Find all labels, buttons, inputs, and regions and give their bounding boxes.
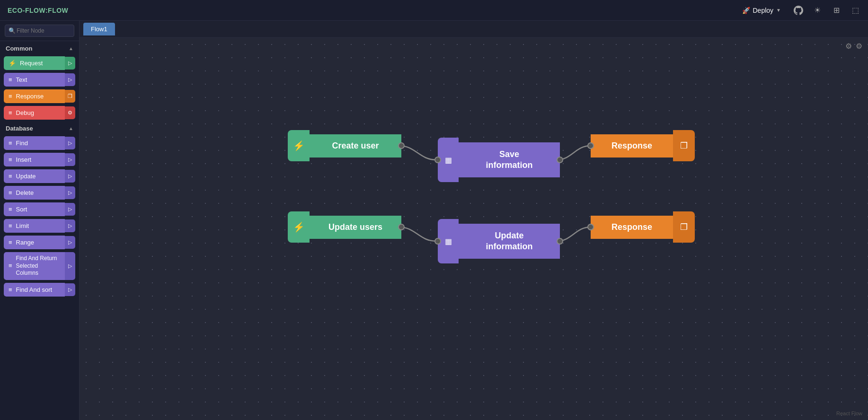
limit-handle: ▷ [65, 219, 75, 232]
sidebar-item-text-label: Text [16, 76, 27, 83]
sidebar-item-find-return-selected[interactable]: ≡ Find And Return Selected Columns ▷ [4, 252, 75, 280]
save-info-label: Saveinformation [486, 149, 533, 171]
sidebar-item-debug[interactable]: ≡ Debug ⚙ [4, 106, 75, 120]
response2-label: Response [611, 222, 652, 232]
deploy-button[interactable]: 🚀 Deploy ▼ [738, 5, 785, 16]
sidebar-item-find-sort-label: Find And sort [16, 286, 53, 293]
sort-handle: ▷ [65, 203, 75, 216]
sidebar-item-range[interactable]: ≡ Range ▷ [4, 236, 75, 249]
save-info-right-handle[interactable] [557, 157, 563, 163]
find-return-handle: ▷ [65, 252, 75, 280]
section-common[interactable]: Common ▲ [0, 41, 79, 55]
sun-icon[interactable]: ☀ [812, 5, 823, 16]
debug-icon: ≡ [9, 109, 12, 116]
github-icon[interactable] [793, 5, 804, 16]
logout-icon[interactable]: ⬚ [850, 5, 860, 16]
topbar-actions: 🚀 Deploy ▼ ☀ ⊞ ⬚ [738, 5, 861, 16]
sidebar-item-debug-label: Debug [16, 109, 34, 116]
update-info-node-icon: ▦ [445, 237, 452, 246]
main-layout: 🔍 Common ▲ ⚡ Request ▷ ≡ Text ▷ ≡ Re [0, 21, 868, 420]
range-icon: ≡ [9, 239, 12, 246]
database-chevron-icon: ▲ [69, 126, 73, 131]
response1-left-handle[interactable] [587, 142, 594, 149]
flow-tab-flow1[interactable]: Flow1 [83, 23, 115, 35]
update-icon: ≡ [9, 173, 12, 180]
create-user-right-handle[interactable] [398, 142, 405, 149]
sidebar-item-find-return-label: Find And Return Selected Columns [16, 255, 60, 277]
node-response-1[interactable]: Response ❐ [591, 130, 695, 161]
grid-icon[interactable]: ⊞ [831, 5, 841, 16]
sidebar-item-update[interactable]: ≡ Update ▷ [4, 169, 75, 183]
response1-action-icon: ❐ [680, 140, 688, 151]
flow-canvas[interactable]: ⚙ ⚙ React Flow [80, 38, 868, 420]
text-handle: ▷ [65, 73, 75, 86]
sidebar-item-text[interactable]: ≡ Text ▷ [4, 73, 75, 87]
sidebar-item-find-label: Find [16, 140, 28, 147]
update-handle: ▷ [65, 170, 75, 183]
sidebar-item-sort-label: Sort [16, 206, 27, 213]
section-common-label: Common [6, 45, 32, 52]
insert-icon: ≡ [9, 156, 12, 163]
sidebar-item-limit[interactable]: ≡ Limit ▷ [4, 219, 75, 233]
insert-handle: ▷ [65, 153, 75, 166]
sidebar-item-request[interactable]: ⚡ Request ▷ [4, 56, 75, 70]
node-save-information[interactable]: ▦ Saveinformation [438, 138, 560, 182]
sidebar-item-range-label: Range [16, 239, 34, 246]
response1-label: Response [611, 141, 652, 151]
sidebar-item-delete[interactable]: ≡ Delete ▷ [4, 186, 75, 200]
sidebar-item-response[interactable]: ≡ Response ❐ [4, 89, 75, 103]
text-icon: ≡ [9, 76, 12, 83]
flow-nodes-layer: ⚡ Create user ▦ [80, 38, 868, 420]
sidebar-item-find-and-sort[interactable]: ≡ Find And sort ▷ [4, 283, 75, 297]
deploy-icon: 🚀 [742, 7, 750, 14]
sidebar-item-sort[interactable]: ≡ Sort ▷ [4, 202, 75, 216]
find-sort-handle: ▷ [65, 283, 75, 296]
filter-node-wrap: 🔍 [0, 21, 79, 41]
node-update-users[interactable]: ⚡ Update users [288, 211, 401, 243]
sidebar-item-insert-label: Insert [16, 156, 32, 163]
delete-handle: ▷ [65, 186, 75, 199]
limit-icon: ≡ [9, 222, 12, 229]
debug-handle: ⚙ [65, 106, 75, 119]
find-icon: ≡ [9, 140, 12, 147]
update-info-left-handle[interactable] [434, 238, 441, 245]
sidebar-item-insert[interactable]: ≡ Insert ▷ [4, 153, 75, 166]
request-icon: ⚡ [9, 60, 16, 67]
response2-action-icon: ❐ [680, 222, 688, 232]
response-handle: ❐ [65, 90, 75, 103]
save-info-node-icon: ▦ [445, 156, 452, 165]
update-users-node-icon: ⚡ [293, 221, 305, 233]
app-logo: ECO-FLOW:FLOW [8, 7, 68, 14]
update-info-right-handle[interactable] [557, 238, 563, 245]
sidebar: 🔍 Common ▲ ⚡ Request ▷ ≡ Text ▷ ≡ Re [0, 21, 80, 420]
section-database-label: Database [6, 125, 33, 132]
deploy-label: Deploy [753, 7, 774, 14]
section-database[interactable]: Database ▲ [0, 121, 79, 135]
flow-area: Flow1 ⚙ ⚙ React Flow [80, 21, 868, 420]
find-handle: ▷ [65, 137, 75, 149]
sidebar-item-delete-label: Delete [16, 189, 34, 196]
create-user-node-icon: ⚡ [293, 140, 305, 151]
node-create-user[interactable]: ⚡ Create user [288, 130, 401, 161]
node-response-2[interactable]: Response ❐ [591, 211, 695, 243]
common-chevron-icon: ▲ [69, 46, 73, 51]
delete-icon: ≡ [9, 189, 12, 196]
update-info-label: Updateinformation [486, 230, 533, 253]
topbar: ECO-FLOW:FLOW 🚀 Deploy ▼ ☀ ⊞ ⬚ [0, 0, 868, 21]
response-icon: ≡ [9, 93, 12, 100]
sidebar-item-limit-label: Limit [16, 222, 29, 229]
sidebar-item-request-label: Request [20, 60, 43, 67]
sidebar-item-update-label: Update [16, 173, 36, 180]
range-handle: ▷ [65, 236, 75, 249]
node-update-information[interactable]: ▦ Updateinformation [438, 219, 560, 263]
sort-icon: ≡ [9, 206, 12, 213]
create-user-label: Create user [332, 141, 379, 151]
save-info-left-handle[interactable] [434, 157, 441, 163]
update-users-right-handle[interactable] [398, 224, 405, 230]
find-sort-icon: ≡ [9, 286, 12, 293]
sidebar-item-find[interactable]: ≡ Find ▷ [4, 136, 75, 150]
sidebar-item-response-label: Response [16, 93, 44, 100]
update-users-label: Update users [328, 222, 382, 232]
filter-node-input[interactable] [5, 25, 74, 37]
response2-left-handle[interactable] [587, 224, 594, 230]
